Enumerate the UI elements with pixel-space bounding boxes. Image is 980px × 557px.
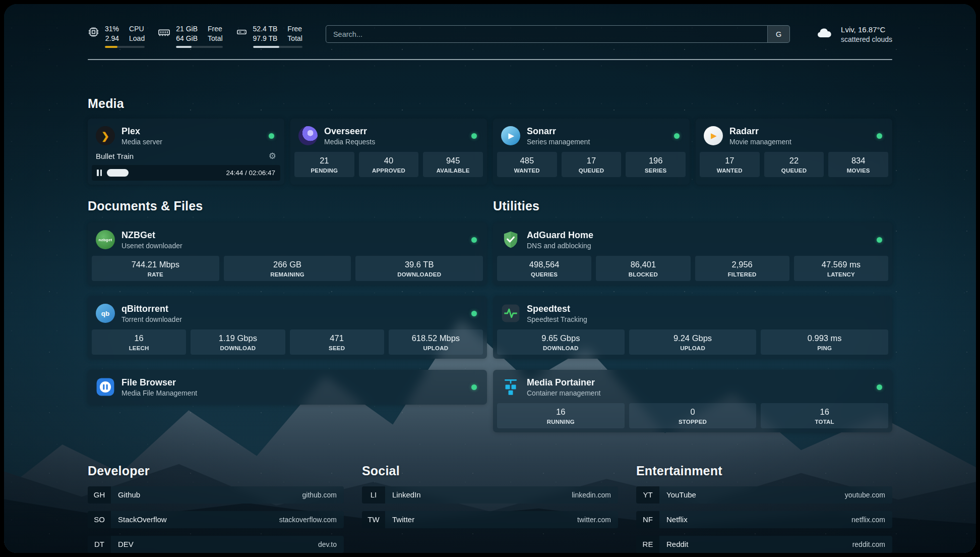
speedtest-subtitle: Speedtest Tracking bbox=[527, 315, 884, 323]
utilities-section-title: Utilities bbox=[493, 199, 892, 213]
service-card-speedtest[interactable]: Speedtest Speedtest Tracking 9.65 Gbps D… bbox=[493, 296, 892, 359]
bookmark-name: LinkedIn bbox=[385, 486, 572, 504]
disk-free: 52.4 TB bbox=[253, 24, 278, 34]
memory-widget-body: 21 GiB 64 GiB Free Total bbox=[176, 24, 222, 48]
plex-playback-time: 24:44 / 02:06:47 bbox=[226, 169, 275, 177]
stat-queued: 17 QUEUED bbox=[562, 152, 622, 177]
stat-label: SEED bbox=[292, 345, 382, 351]
bookmark-github[interactable]: GH Github github.com bbox=[88, 486, 344, 504]
section-documents-files: Documents & Files nzbget NZBGet Usenet d… bbox=[88, 199, 487, 405]
stat-label: LEECH bbox=[94, 345, 184, 351]
dashboard-window: 31% 2.94 CPU Load bbox=[4, 4, 976, 553]
plex-status-dot bbox=[269, 133, 274, 139]
stat-label: STOPPED bbox=[631, 419, 755, 425]
stat-value: 16 bbox=[94, 333, 184, 343]
cpu-label-top: CPU bbox=[129, 24, 145, 34]
bookmark-youtube[interactable]: YT YouTube youtube.com bbox=[636, 486, 892, 504]
bookmark-reddit[interactable]: RE Reddit reddit.com bbox=[636, 536, 892, 553]
bookmark-netflix[interactable]: NF Netflix netflix.com bbox=[636, 511, 892, 528]
cpu-label-bottom: Load bbox=[129, 34, 145, 43]
nzbget-icon: nzbget bbox=[96, 230, 115, 249]
service-card-sonarr[interactable]: ▶ Sonarr Series management 485 WANTED bbox=[493, 119, 690, 185]
stat-value: 485 bbox=[499, 156, 555, 165]
sonarr-status-dot bbox=[674, 133, 680, 139]
adguard-shield-icon bbox=[501, 230, 520, 249]
bookmark-linkedin[interactable]: LI LinkedIn linkedin.com bbox=[362, 486, 618, 504]
disk-label-top: Free bbox=[287, 24, 302, 34]
stat-label: TOTAL bbox=[763, 419, 886, 425]
disk-icon bbox=[236, 26, 248, 40]
bookmark-name: DEV bbox=[111, 536, 318, 553]
documents-section-title: Documents & Files bbox=[88, 199, 487, 213]
service-card-nzbget[interactable]: nzbget NZBGet Usenet downloader 744.21 M… bbox=[88, 222, 487, 285]
disk-widget: 52.4 TB 97.9 TB Free Total bbox=[236, 24, 302, 48]
stat-downloaded: 39.6 TB DOWNLOADED bbox=[355, 256, 483, 281]
stat-value: 618.52 Mbps bbox=[391, 333, 481, 343]
search-provider-button[interactable]: G bbox=[767, 26, 789, 42]
stat-filtered: 2,956 FILTERED bbox=[695, 256, 789, 281]
qbittorrent-subtitle: Torrent downloader bbox=[121, 315, 465, 323]
nzbget-status-dot bbox=[471, 237, 477, 243]
radarr-status-dot bbox=[877, 133, 882, 139]
cpu-bar-fill bbox=[105, 46, 117, 48]
plex-now-playing: Bullet Train bbox=[96, 152, 134, 160]
entertainment-section-title: Entertainment bbox=[636, 464, 892, 478]
stat-series: 196 SERIES bbox=[626, 152, 686, 177]
bookmark-abbr: YT bbox=[636, 486, 659, 504]
service-card-overseerr[interactable]: Overseerr Media Requests 21 PENDING 40 A… bbox=[290, 119, 487, 185]
radarr-subtitle: Movie management bbox=[729, 138, 870, 146]
service-card-portainer[interactable]: Media Portainer Container management 16 … bbox=[493, 370, 892, 432]
sonarr-subtitle: Series management bbox=[527, 138, 667, 146]
media-card-grid: ❯ Plex Media server Bullet Train ⚙ bbox=[88, 119, 892, 185]
plex-progress-track[interactable] bbox=[107, 169, 221, 177]
bookmark-url: reddit.com bbox=[852, 536, 892, 553]
stat-value: 16 bbox=[763, 407, 886, 417]
service-card-qbittorrent[interactable]: qb qBittorrent Torrent downloader 16 LEE… bbox=[88, 296, 487, 359]
filebrowser-title: File Browser bbox=[121, 377, 465, 388]
system-widgets: 31% 2.94 CPU Load bbox=[88, 24, 302, 48]
bookmark-stackoverflow[interactable]: SO StackOverflow stackoverflow.com bbox=[88, 511, 344, 528]
stat-label: FILTERED bbox=[697, 271, 787, 277]
bookmark-abbr: DT bbox=[88, 536, 111, 553]
memory-label-top: Free bbox=[208, 24, 223, 34]
filebrowser-subtitle: Media File Management bbox=[121, 389, 465, 397]
stat-label: REMAINING bbox=[226, 271, 349, 277]
service-card-radarr[interactable]: ▶ Radarr Movie management 17 WANTED bbox=[696, 119, 892, 185]
qbittorrent-icon: qb bbox=[96, 304, 115, 323]
pause-icon[interactable] bbox=[97, 170, 102, 176]
stat-value: 9.24 Gbps bbox=[631, 333, 755, 343]
memory-icon bbox=[158, 26, 170, 41]
bookmark-name: Netflix bbox=[659, 511, 851, 528]
service-card-adguard[interactable]: AdGuard Home DNS and adblocking 498,564 … bbox=[493, 222, 892, 285]
stat-upload: 618.52 Mbps UPLOAD bbox=[389, 329, 483, 355]
stat-value: 834 bbox=[830, 156, 886, 165]
disk-bar-track bbox=[253, 46, 302, 48]
bookmark-name: Reddit bbox=[659, 536, 852, 553]
stat-label: SERIES bbox=[628, 168, 684, 174]
stat-queued: 22 QUEUED bbox=[764, 152, 824, 177]
bookmark-url: netflix.com bbox=[851, 511, 892, 528]
radarr-icon: ▶ bbox=[704, 126, 723, 145]
cloud-icon bbox=[813, 25, 834, 43]
weather-location: Lviv, 16.87°C bbox=[841, 25, 892, 34]
plex-subtitle: Media server bbox=[121, 138, 262, 146]
search-input[interactable] bbox=[326, 26, 767, 42]
bookmark-dev[interactable]: DT DEV dev.to bbox=[88, 536, 344, 553]
sonarr-title: Sonarr bbox=[527, 126, 667, 137]
stat-label: PENDING bbox=[296, 168, 352, 174]
stat-value: 22 bbox=[766, 156, 822, 165]
overseerr-icon bbox=[298, 126, 318, 145]
stat-queries: 498,564 QUERIES bbox=[497, 256, 591, 281]
stat-label: RUNNING bbox=[499, 419, 623, 425]
stat-value: 40 bbox=[361, 156, 417, 165]
plex-settings-gear-icon[interactable]: ⚙ bbox=[269, 152, 276, 160]
cpu-load: 2.94 bbox=[105, 34, 119, 43]
qbittorrent-status-dot bbox=[471, 311, 477, 316]
bookmark-twitter[interactable]: TW Twitter twitter.com bbox=[362, 511, 618, 528]
bookmark-url: linkedin.com bbox=[572, 486, 618, 504]
radarr-title: Radarr bbox=[729, 126, 870, 137]
service-card-filebrowser[interactable]: File Browser Media File Management bbox=[88, 370, 487, 405]
disk-label-bottom: Total bbox=[287, 34, 302, 43]
stat-label: PING bbox=[763, 345, 886, 351]
service-card-plex[interactable]: ❯ Plex Media server Bullet Train ⚙ bbox=[88, 119, 284, 185]
